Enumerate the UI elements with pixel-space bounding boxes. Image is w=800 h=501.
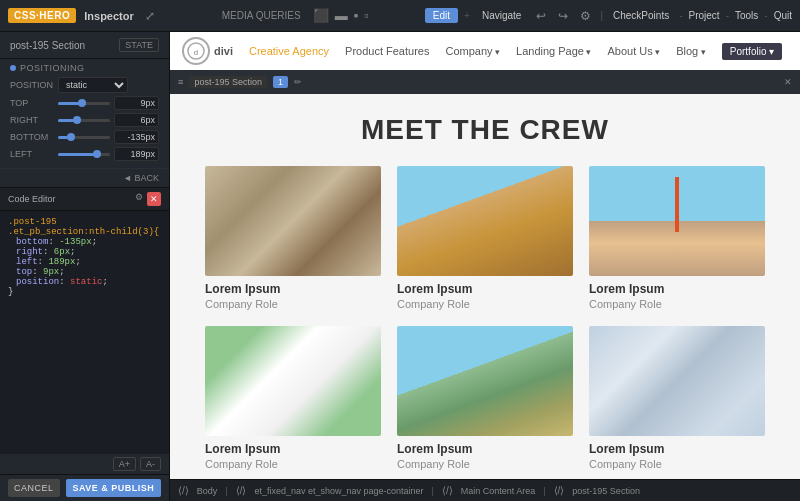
bottom-label: BOTTOM	[10, 132, 58, 142]
section-tag: post-195 Section	[189, 76, 267, 88]
panel-header: post-195 Section STATE	[0, 32, 169, 59]
positioning-label: POSITIONING	[10, 63, 159, 73]
redo-icon[interactable]: ↪	[555, 9, 571, 23]
mobile-icon[interactable]: ▪	[354, 8, 359, 23]
nav-logo: d divi	[182, 37, 233, 65]
panel-title: post-195 Section	[10, 40, 113, 51]
status-nav-class[interactable]: et_fixed_nav et_show_nav page-container	[254, 486, 423, 496]
preview-nav-bar: d divi Creative Agency Product Features …	[170, 32, 800, 70]
nav-item-about-us[interactable]: About Us	[607, 45, 660, 57]
crew-img-4	[397, 326, 573, 436]
checkpoints-button[interactable]: CheckPoints	[609, 8, 673, 23]
position-label: POSITION	[10, 80, 58, 90]
settings-icon[interactable]: ⚙	[577, 9, 594, 23]
crew-role-2: Company Role	[589, 298, 765, 310]
css-hero-logo[interactable]: CSS·HERO	[8, 8, 76, 23]
right-slider[interactable]	[58, 119, 110, 122]
left-input[interactable]: 189px	[114, 147, 159, 161]
crew-role-5: Company Role	[589, 458, 765, 470]
crew-name-3: Lorem Ipsum	[205, 442, 381, 456]
top-row: TOP 9px	[10, 96, 159, 110]
crew-role-4: Company Role	[397, 458, 573, 470]
crew-img-0	[205, 166, 381, 276]
crew-role-1: Company Role	[397, 298, 573, 310]
main-area: post-195 Section STATE POSITIONING POSIT…	[0, 32, 800, 501]
crew-name-2: Lorem Ipsum	[589, 282, 765, 296]
code-line-left: left: 189px;	[8, 257, 161, 267]
font-decrease-button[interactable]: A-	[140, 457, 161, 471]
bottom-input[interactable]: -135px	[114, 130, 159, 144]
right-label: RIGHT	[10, 115, 58, 125]
code-editor-title: Code Editor	[8, 194, 135, 204]
status-main-content[interactable]: Main Content Area	[461, 486, 536, 496]
crew-grid: Lorem Ipsum Company Role Lorem Ipsum Com…	[205, 166, 765, 470]
bottom-slider[interactable]	[58, 136, 110, 139]
crew-item-5: Lorem Ipsum Company Role	[589, 326, 765, 470]
save-publish-button[interactable]: SAVE & PUBLISH	[66, 479, 161, 497]
code-body[interactable]: .post-195 .et_pb_section:nth-child(3){ b…	[0, 211, 169, 454]
section-header-bar: ≡ post-195 Section 1 ✏ ✕	[170, 70, 800, 94]
crew-img-2	[589, 166, 765, 276]
crew-img-3	[205, 326, 381, 436]
nav-item-creative-agency[interactable]: Creative Agency	[249, 45, 329, 57]
preview-content: MEET THE CREW Lorem Ipsum Company Role L…	[170, 94, 800, 479]
code-editor-header: Code Editor ⚙ ✕	[0, 188, 169, 211]
code-close-icon[interactable]: ✕	[147, 192, 161, 206]
desktop-icon[interactable]: ⬛	[313, 8, 329, 23]
bottom-row: BOTTOM -135px	[10, 130, 159, 144]
code-footer: A+ A-	[0, 454, 169, 474]
tag-icon-3: ⟨/⟩	[442, 485, 453, 496]
tools-button[interactable]: Tools	[735, 10, 758, 21]
media-icons: ⬛ ▬ ▪ ▫	[313, 8, 369, 23]
crew-name-5: Lorem Ipsum	[589, 442, 765, 456]
undo-icon[interactable]: ↩	[533, 9, 549, 23]
nav-item-product-features[interactable]: Product Features	[345, 45, 429, 57]
logo-icon: d	[182, 37, 210, 65]
nav-item-landing-page[interactable]: Landing Page	[516, 45, 591, 57]
nav-logo-text: divi	[214, 45, 233, 57]
nav-item-company[interactable]: Company	[445, 45, 500, 57]
navigate-button[interactable]: Navigate	[476, 8, 527, 23]
project-button[interactable]: Project	[689, 10, 720, 21]
status-bar: ⟨/⟩ Body | ⟨/⟩ et_fixed_nav et_show_nav …	[170, 479, 800, 501]
code-editor: Code Editor ⚙ ✕ .post-195 .et_pb_section…	[0, 187, 169, 474]
media-queries-label: MEDIA QUERIES	[222, 10, 301, 21]
crew-item-0: Lorem Ipsum Company Role	[205, 166, 381, 310]
status-section[interactable]: post-195 Section	[572, 486, 640, 496]
tablet-icon[interactable]: ▬	[335, 8, 348, 23]
edit-button[interactable]: Edit	[425, 8, 458, 23]
code-line-right: right: 6px;	[8, 247, 161, 257]
state-button[interactable]: STATE	[119, 38, 159, 52]
crew-item-1: Lorem Ipsum Company Role	[397, 166, 573, 310]
right-input[interactable]: 6px	[114, 113, 159, 127]
code-settings-icon[interactable]: ⚙	[135, 192, 143, 206]
svg-text:d: d	[194, 48, 199, 57]
status-body[interactable]: Body	[197, 486, 218, 496]
crew-item-4: Lorem Ipsum Company Role	[397, 326, 573, 470]
positioning-section: POSITIONING POSITION static relative abs…	[0, 59, 169, 169]
cancel-button[interactable]: CANCEL	[8, 479, 60, 497]
bottom-buttons: CANCEL SAVE & PUBLISH	[0, 474, 169, 501]
code-line-position: position: static;	[8, 277, 161, 287]
left-row: LEFT 189px	[10, 147, 159, 161]
quit-button[interactable]: Quit	[774, 10, 792, 21]
nav-item-blog[interactable]: Blog	[676, 45, 706, 57]
right-row: RIGHT 6px	[10, 113, 159, 127]
edit-section-icon[interactable]: ✏	[294, 77, 302, 87]
crew-role-0: Company Role	[205, 298, 381, 310]
back-link[interactable]: ◄ BACK	[0, 169, 169, 187]
top-slider[interactable]	[58, 102, 110, 105]
crew-role-3: Company Role	[205, 458, 381, 470]
nav-portfolio[interactable]: Portfolio ▾	[722, 43, 782, 60]
font-increase-button[interactable]: A+	[113, 457, 136, 471]
expand-icon[interactable]: ⤢	[142, 9, 158, 23]
position-select[interactable]: static relative absolute fixed	[58, 77, 128, 93]
left-slider[interactable]	[58, 153, 110, 156]
phone-icon[interactable]: ▫	[364, 8, 369, 23]
close-section-icon[interactable]: ✕	[784, 77, 792, 87]
crew-title: MEET THE CREW	[190, 114, 780, 146]
code-line-top: top: 9px;	[8, 267, 161, 277]
top-input[interactable]: 9px	[114, 96, 159, 110]
crew-item-2: Lorem Ipsum Company Role	[589, 166, 765, 310]
left-label: LEFT	[10, 149, 58, 159]
